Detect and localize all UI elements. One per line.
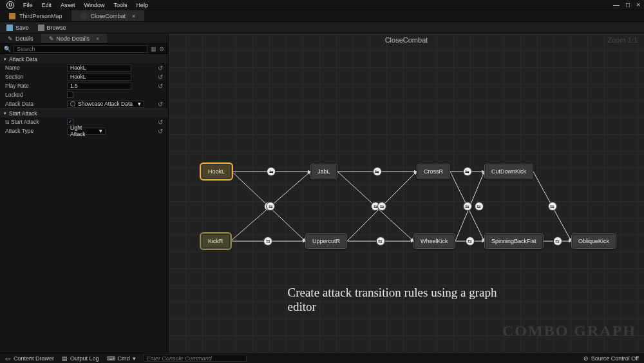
- locked-checkbox[interactable]: [67, 92, 73, 98]
- tab-label: ThirdPersonMap: [19, 13, 62, 19]
- engine-logo-icon: U: [6, 1, 14, 9]
- play-rate-field[interactable]: [67, 83, 131, 90]
- grid-icon[interactable]: ▦: [151, 46, 156, 52]
- panel-tab-node-details[interactable]: ✎Node Details×: [41, 34, 108, 43]
- workspace: ✎Details✎Node Details× 🔍 ▦ ⚙ ▾ Attack Da…: [0, 34, 644, 353]
- prop-locked: Locked: [0, 90, 168, 99]
- gear-icon[interactable]: ⚙: [159, 46, 164, 52]
- cmd-dropdown[interactable]: ⌨ Cmd ▾: [107, 355, 136, 362]
- browse-icon: [38, 25, 44, 31]
- graph-node-uppercutr[interactable]: UppercutR: [305, 233, 347, 249]
- graph-node-wheelkick[interactable]: WheelKick: [413, 233, 455, 249]
- caption-text: Create attack transition rules using a g…: [288, 286, 526, 314]
- menu-file[interactable]: File: [23, 2, 33, 8]
- graph-node-hookl[interactable]: HookL: [201, 164, 232, 179]
- section-title: Attack Data: [9, 56, 37, 63]
- output-log-button[interactable]: ▤ Output Log: [62, 355, 99, 362]
- reset-icon[interactable]: ↺: [158, 119, 163, 126]
- transition-rule-icon[interactable]: ⇆: [267, 168, 275, 175]
- menu-bar: U FileEditAssetWindowToolsHelp — □ ×: [0, 0, 644, 10]
- transition-rule-icon[interactable]: ⇆: [554, 237, 562, 245]
- details-search-input[interactable]: [14, 45, 148, 53]
- editor-toolbar: Save Browse: [0, 22, 644, 34]
- graph-node-spinningbackfist[interactable]: SpinningBackFist: [484, 233, 544, 249]
- app-window: U FileEditAssetWindowToolsHelp — □ × Thi…: [0, 0, 644, 363]
- transition-rule-icon[interactable]: ⇆: [377, 237, 384, 245]
- asset-tab-thirdpersonmap[interactable]: ThirdPersonMap: [0, 10, 71, 21]
- prop-section: Section ↺: [0, 72, 168, 81]
- console-input[interactable]: [144, 355, 247, 362]
- asset-icon: [80, 13, 87, 19]
- details-search-row: 🔍 ▦ ⚙: [0, 44, 168, 54]
- prop-name: Name ↺: [0, 63, 168, 72]
- panel-tab-label: Node Details: [57, 35, 90, 42]
- tab-label: CloseCombat: [91, 13, 126, 19]
- cmd-icon: ⌨: [107, 355, 115, 362]
- search-icon: 🔍: [4, 46, 11, 52]
- reset-icon[interactable]: ↺: [158, 64, 163, 72]
- drawer-icon: ▭: [5, 355, 11, 362]
- content-drawer-button[interactable]: ▭ Content Drawer: [5, 355, 54, 362]
- transition-rule-icon[interactable]: ⇆: [464, 168, 471, 175]
- graph-node-jabl[interactable]: JabL: [310, 164, 337, 179]
- attack-data-dropdown[interactable]: Showcase Attack Data ▾: [67, 101, 144, 108]
- status-bar: ▭ Content Drawer ▤ Output Log ⌨ Cmd ▾ ⊘ …: [0, 353, 644, 363]
- reset-icon[interactable]: ↺: [158, 74, 163, 81]
- graph-node-cutdownkick[interactable]: CutDownKick: [484, 164, 533, 179]
- dropdown-value: Showcase Attack Data: [78, 101, 133, 107]
- asset-tab-closecombat[interactable]: CloseCombat×: [71, 10, 145, 21]
- tab-close-icon[interactable]: ×: [132, 13, 135, 19]
- reset-icon[interactable]: ↺: [158, 128, 163, 135]
- reset-icon[interactable]: ↺: [158, 101, 163, 108]
- pencil-icon: ✎: [49, 35, 54, 42]
- attack-type-dropdown[interactable]: Light Attack ▾: [67, 128, 106, 135]
- source-control-button[interactable]: ⊘ Source Control Off: [583, 355, 639, 362]
- output-log-label: Output Log: [70, 355, 99, 362]
- graph-node-crossr[interactable]: CrossR: [417, 164, 450, 179]
- minimize-button[interactable]: —: [613, 1, 620, 8]
- watermark-text: COMBO GRAPH: [502, 322, 636, 340]
- transition-rule-icon[interactable]: ⇆: [267, 202, 274, 210]
- menu-window[interactable]: Window: [84, 2, 105, 8]
- reset-icon[interactable]: ↺: [158, 83, 163, 90]
- prop-attack-type: Attack Type Light Attack ▾ ↺: [0, 126, 168, 135]
- section-field[interactable]: [67, 74, 131, 81]
- prop-attack-data: Attack Data Showcase Attack Data ▾ ↺: [0, 99, 168, 108]
- transition-rule-icon[interactable]: ⇆: [374, 168, 381, 175]
- menu-asset[interactable]: Asset: [61, 2, 75, 8]
- window-controls: — □ ×: [613, 1, 640, 8]
- collapse-icon: ▾: [4, 57, 6, 62]
- transition-rule-icon[interactable]: ⇆: [264, 237, 272, 245]
- close-button[interactable]: ×: [636, 1, 640, 8]
- transition-rule-icon[interactable]: ⇆: [464, 202, 471, 210]
- menu-edit[interactable]: Edit: [42, 2, 52, 8]
- panel-tab-bar: ✎Details✎Node Details×: [0, 34, 168, 44]
- prop-label: Attack Data: [5, 101, 67, 107]
- details-panel: ✎Details✎Node Details× 🔍 ▦ ⚙ ▾ Attack Da…: [0, 34, 169, 353]
- tab-close-icon[interactable]: ×: [96, 35, 99, 42]
- name-field[interactable]: [67, 64, 131, 72]
- graph-node-kickr[interactable]: KickR: [201, 233, 231, 249]
- browse-button[interactable]: Browse: [38, 25, 66, 31]
- section-attack-data[interactable]: ▾ Attack Data: [0, 54, 168, 63]
- graph-node-obliquekick[interactable]: ObliqueKick: [571, 233, 616, 249]
- transition-rule-icon[interactable]: ⇆: [466, 237, 474, 245]
- section-start-attack[interactable]: ▾ Start Attack: [0, 108, 168, 117]
- prop-label: Section: [5, 74, 67, 80]
- save-label: Save: [15, 25, 29, 31]
- transition-rule-icon[interactable]: ⇆: [475, 202, 483, 210]
- transition-rule-icon[interactable]: ⇆: [378, 202, 386, 210]
- panel-tab-details[interactable]: ✎Details: [0, 34, 41, 43]
- transition-rule-icon[interactable]: ⇆: [549, 202, 556, 210]
- prop-label: Is Start Attack: [5, 119, 67, 125]
- graph-viewport[interactable]: CloseCombat Zoom 1:1 Create attack trans…: [169, 34, 644, 353]
- collapse-icon: ▾: [4, 111, 6, 116]
- content-drawer-label: Content Drawer: [14, 355, 54, 362]
- menu-tools[interactable]: Tools: [114, 2, 128, 8]
- save-icon: [6, 25, 13, 31]
- asset-icon: [70, 101, 75, 106]
- section-title: Start Attack: [9, 110, 37, 117]
- maximize-button[interactable]: □: [626, 1, 630, 8]
- menu-help[interactable]: Help: [137, 2, 149, 8]
- save-button[interactable]: Save: [6, 25, 29, 31]
